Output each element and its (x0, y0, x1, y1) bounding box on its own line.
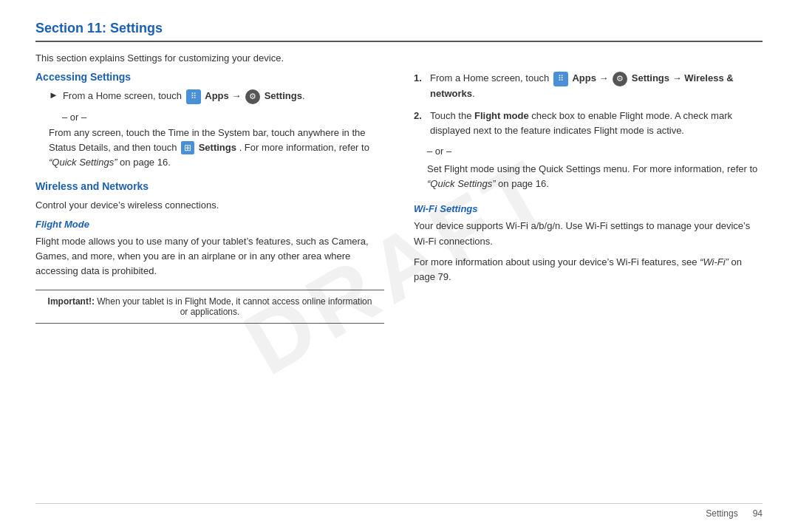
step1-period: . (472, 88, 475, 99)
settings-label-right: Settings (632, 72, 669, 83)
numbered-steps: 1. From a Home screen, touch Apps → Sett… (414, 71, 763, 196)
important-text: When your tablet is in Flight Mode, it c… (97, 296, 372, 317)
step-1-number: 1. (414, 71, 427, 86)
left-column: Accessing Settings ► From a Home screen,… (35, 71, 384, 324)
settings-icon-right (613, 72, 627, 86)
or-divider-2: – or – (427, 144, 763, 159)
step2-suffix: Set Flight mode using the Quick Settings… (427, 162, 763, 191)
wireless-intro: Control your device’s wireless connectio… (35, 198, 384, 213)
accessing-settings-heading: Accessing Settings (35, 71, 384, 83)
wifi-italic: “Wi-Fi” (700, 256, 729, 267)
footer-divider (35, 503, 763, 504)
step2-settings-bold: Settings (199, 142, 236, 153)
wifi-body2: For more information about using your de… (414, 255, 763, 284)
grid-icon (181, 141, 194, 154)
step2-page: on page 16. (498, 178, 549, 189)
step-1: 1. From a Home screen, touch Apps → Sett… (414, 71, 763, 101)
apps-label-right: Apps (572, 72, 596, 83)
quick-settings-italic-1: “Quick Settings” (49, 157, 117, 168)
footer-label: Settings (706, 508, 737, 519)
footer: Settings 94 (706, 508, 763, 519)
step2-page: on page 16. (120, 157, 171, 168)
intro-text: This section explains Settings for custo… (35, 52, 763, 64)
flight-mode-bold: Flight mode (474, 110, 529, 121)
section-title: Section 11: Settings (35, 21, 763, 42)
arrow-right-3: → (672, 72, 685, 83)
flight-mode-heading: Flight Mode (35, 219, 384, 230)
or-divider-1: – or – (49, 112, 384, 123)
step-2-content: Touch the Flight mode check box to enabl… (430, 109, 763, 138)
flight-mode-body: Flight mode allows you to use many of yo… (35, 234, 384, 279)
step-2-number: 2. (414, 109, 427, 123)
apps-icon (186, 89, 201, 104)
step-2: 2. Touch the Flight mode check box to en… (414, 109, 763, 197)
wifi-body1: Your device supports Wi-Fi a/b/g/n. Use … (414, 219, 763, 248)
wifi-settings-heading: Wi-Fi Settings (414, 203, 763, 214)
settings-label-left: Settings (265, 90, 302, 101)
right-column: 1. From a Home screen, touch Apps → Sett… (414, 71, 763, 324)
bullet-arrow: ► (49, 89, 58, 100)
apps-label-left: Apps (205, 90, 229, 101)
accessing-settings-section: Accessing Settings ► From a Home screen,… (35, 71, 384, 170)
settings-icon-left (245, 89, 260, 104)
wireless-networks-heading: Wireless and Networks (35, 180, 384, 192)
wifi-settings-section: Wi-Fi Settings Your device supports Wi-F… (414, 203, 763, 284)
step1-text: From a Home screen, touch Apps → Setting… (63, 89, 305, 104)
wireless-networks-section: Wireless and Networks Control your devic… (35, 180, 384, 324)
footer-page: 94 (753, 508, 763, 519)
arrow-right-2: → (599, 72, 612, 83)
important-label: Important!: (48, 296, 95, 307)
flight-mode-section: Flight Mode Flight mode allows you to us… (35, 219, 384, 279)
arrow-right-1: → (231, 90, 244, 101)
home-screen-step: ► From a Home screen, touch Apps → Setti… (49, 89, 384, 109)
step2-text: From any screen, touch the Time in the S… (49, 126, 384, 170)
apps-icon-right (553, 72, 568, 86)
important-notice: Important!: When your tablet is in Fligh… (35, 290, 384, 324)
step-1-content: From a Home screen, touch Apps → Setting… (430, 71, 763, 101)
quick-settings-italic-2: “Quick Settings” (427, 178, 495, 189)
